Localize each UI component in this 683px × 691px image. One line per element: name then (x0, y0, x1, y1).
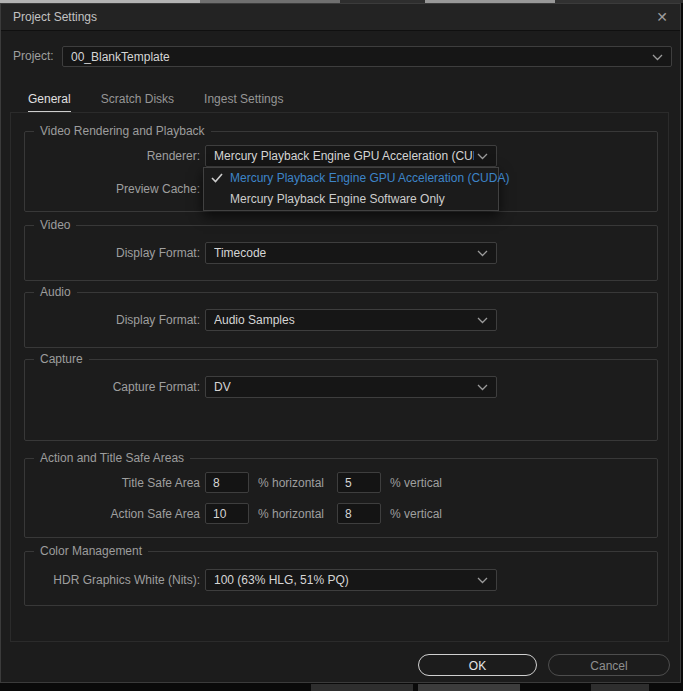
horizontal-suffix: % horizontal (258, 503, 324, 525)
hdr-white-row: HDR Graphics White (Nits): 100 (63% HLG,… (0, 569, 683, 591)
audio-display-format-label: Display Format: (24, 309, 200, 331)
group-color-management-legend: Color Management (34, 544, 148, 559)
video-display-format-dropdown[interactable]: Timecode (205, 242, 497, 264)
group-video-legend: Video (34, 218, 76, 233)
chevron-down-icon (477, 250, 488, 257)
tab-general[interactable]: General (28, 92, 71, 113)
group-video-rendering-legend: Video Rendering and Playback (34, 124, 211, 139)
group-safe-areas-legend: Action and Title Safe Areas (34, 451, 190, 466)
hdr-white-dropdown[interactable]: 100 (63% HLG, 51% PQ) (205, 569, 497, 591)
screen: Project Settings ✕ Project: 00_BlankTemp… (0, 0, 683, 691)
group-audio-legend: Audio (34, 285, 77, 300)
audio-display-format-dropdown[interactable]: Audio Samples (205, 309, 497, 331)
audio-display-format-row: Display Format: Audio Samples (0, 309, 683, 331)
renderer-label: Renderer: (24, 145, 200, 167)
chevron-down-icon (477, 153, 488, 160)
horizontal-suffix: % horizontal (258, 472, 324, 494)
close-icon[interactable]: ✕ (650, 6, 674, 28)
menu-item-software-only[interactable]: Mercury Playback Engine Software Only (204, 189, 498, 210)
group-safe-areas: Action and Title Safe Areas (24, 458, 658, 538)
preview-cache-label: Preview Cache: (24, 178, 200, 200)
menu-item-label: Mercury Playback Engine Software Only (230, 192, 445, 206)
background-app-edge (591, 684, 649, 691)
video-display-format-value: Timecode (214, 246, 266, 260)
hdr-white-value: 100 (63% HLG, 51% PQ) (214, 573, 349, 587)
video-display-format-label: Display Format: (24, 242, 200, 264)
capture-format-label: Capture Format: (24, 376, 200, 398)
renderer-row: Renderer: Mercury Playback Engine GPU Ac… (0, 145, 683, 167)
chevron-down-icon (652, 54, 663, 61)
title-safe-row: Title Safe Area % horizontal % vertical (0, 472, 683, 494)
menu-item-label: Mercury Playback Engine GPU Acceleration… (230, 171, 509, 185)
action-safe-row: Action Safe Area % horizontal % vertical (0, 503, 683, 525)
renderer-menu: Mercury Playback Engine GPU Acceleration… (203, 167, 499, 211)
title-safe-vertical-input[interactable] (337, 472, 381, 493)
renderer-dropdown-value: Mercury Playback Engine GPU Acceleration… (214, 149, 474, 163)
action-safe-vertical-input[interactable] (337, 503, 381, 524)
project-dropdown-value: 00_BlankTemplate (71, 50, 170, 64)
renderer-dropdown[interactable]: Mercury Playback Engine GPU Acceleration… (205, 145, 497, 167)
menu-item-gpu-acceleration[interactable]: Mercury Playback Engine GPU Acceleration… (204, 168, 498, 189)
ok-button[interactable]: OK (418, 654, 537, 676)
project-dropdown[interactable]: 00_BlankTemplate (62, 46, 672, 67)
background-app-edge (0, 684, 683, 691)
chevron-down-icon (477, 384, 488, 391)
video-display-format-row: Display Format: Timecode (0, 242, 683, 264)
dialog-titlebar: Project Settings ✕ (1, 4, 680, 31)
group-capture: Capture (24, 359, 658, 441)
chevron-down-icon (477, 317, 488, 324)
capture-format-dropdown[interactable]: DV (205, 376, 497, 398)
project-label: Project: (13, 46, 54, 67)
vertical-suffix: % vertical (390, 472, 442, 494)
action-safe-label: Action Safe Area (24, 503, 200, 525)
check-icon (211, 173, 223, 183)
vertical-suffix: % vertical (390, 503, 442, 525)
dialog-title: Project Settings (13, 4, 97, 30)
chevron-down-icon (477, 577, 488, 584)
tab-ingest-settings[interactable]: Ingest Settings (204, 92, 283, 113)
background-app-edge (311, 684, 413, 691)
capture-format-value: DV (214, 380, 231, 394)
cancel-button[interactable]: Cancel (548, 654, 670, 676)
settings-tabs: General Scratch Disks Ingest Settings (28, 92, 283, 113)
title-safe-label: Title Safe Area (24, 472, 200, 494)
hdr-white-label: HDR Graphics White (Nits): (24, 569, 200, 591)
action-safe-horizontal-input[interactable] (205, 503, 249, 524)
tab-scratch-disks[interactable]: Scratch Disks (101, 92, 174, 113)
group-capture-legend: Capture (34, 352, 89, 367)
capture-format-row: Capture Format: DV (0, 376, 683, 398)
title-safe-horizontal-input[interactable] (205, 472, 249, 493)
background-app-edge (418, 684, 520, 691)
audio-display-format-value: Audio Samples (214, 313, 295, 327)
